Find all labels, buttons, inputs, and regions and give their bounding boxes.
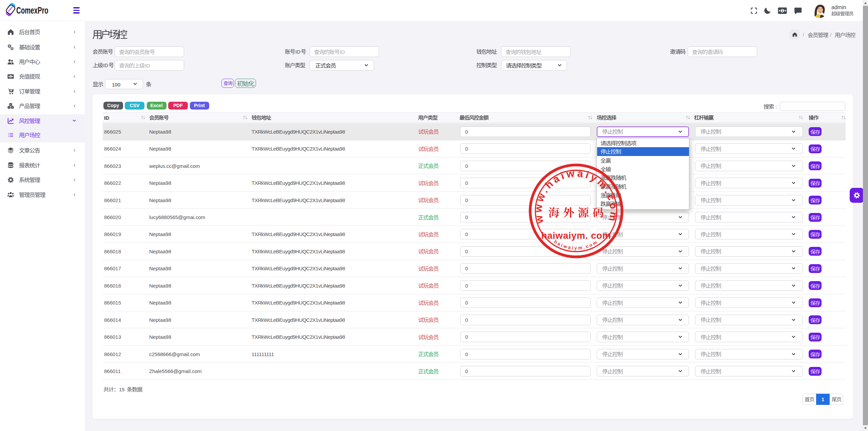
svg-text:1: 1 <box>782 9 784 13</box>
svg-text:haiwaiym. com: haiwaiym. com <box>541 230 611 241</box>
svg-text:1: 1 <box>10 75 12 78</box>
